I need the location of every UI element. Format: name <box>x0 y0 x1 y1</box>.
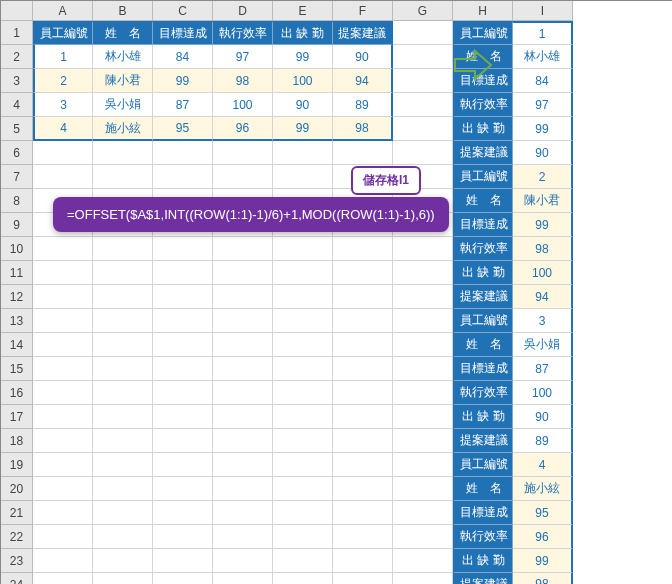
cell[interactable] <box>393 573 453 584</box>
cell[interactable] <box>213 549 273 573</box>
cell[interactable] <box>153 381 213 405</box>
cell[interactable] <box>273 333 333 357</box>
cell[interactable] <box>93 381 153 405</box>
cell[interactable] <box>93 261 153 285</box>
cell[interactable] <box>33 357 93 381</box>
cell[interactable] <box>33 405 93 429</box>
row-header[interactable]: 7 <box>1 165 33 189</box>
cell[interactable] <box>93 309 153 333</box>
col-header[interactable]: B <box>93 1 153 21</box>
cell[interactable] <box>393 477 453 501</box>
cell[interactable] <box>273 573 333 584</box>
cell[interactable] <box>273 357 333 381</box>
cell[interactable] <box>33 429 93 453</box>
row-header[interactable]: 19 <box>1 453 33 477</box>
row-header[interactable]: 4 <box>1 93 33 117</box>
cell[interactable] <box>393 501 453 525</box>
cell[interactable] <box>213 525 273 549</box>
cell[interactable] <box>213 477 273 501</box>
cell[interactable] <box>213 405 273 429</box>
row-header[interactable]: 13 <box>1 309 33 333</box>
row-header[interactable]: 15 <box>1 357 33 381</box>
cell[interactable] <box>333 261 393 285</box>
cell[interactable] <box>393 45 453 69</box>
cell[interactable] <box>333 549 393 573</box>
row-header[interactable]: 24 <box>1 573 33 584</box>
row-header[interactable]: 6 <box>1 141 33 165</box>
cell[interactable] <box>153 309 213 333</box>
cell[interactable] <box>213 381 273 405</box>
cell[interactable] <box>393 357 453 381</box>
cell[interactable] <box>273 309 333 333</box>
cell[interactable] <box>93 501 153 525</box>
cell[interactable] <box>333 333 393 357</box>
cell[interactable] <box>153 477 213 501</box>
col-header[interactable]: F <box>333 1 393 21</box>
col-header[interactable]: I <box>513 1 573 21</box>
cell[interactable] <box>393 69 453 93</box>
cell[interactable] <box>333 237 393 261</box>
cell[interactable] <box>333 429 393 453</box>
cell[interactable] <box>393 381 453 405</box>
cell[interactable] <box>153 525 213 549</box>
cell[interactable] <box>393 93 453 117</box>
cell[interactable] <box>273 429 333 453</box>
cell[interactable] <box>93 477 153 501</box>
cell[interactable] <box>273 165 333 189</box>
cell[interactable] <box>213 261 273 285</box>
cell[interactable] <box>333 309 393 333</box>
cell[interactable] <box>333 381 393 405</box>
cell[interactable] <box>213 237 273 261</box>
col-header[interactable]: E <box>273 1 333 21</box>
cell[interactable] <box>153 357 213 381</box>
cell[interactable] <box>93 549 153 573</box>
cell[interactable] <box>213 141 273 165</box>
cell[interactable] <box>153 237 213 261</box>
cell[interactable] <box>213 429 273 453</box>
row-header[interactable]: 20 <box>1 477 33 501</box>
cell[interactable] <box>33 573 93 584</box>
cell[interactable] <box>153 453 213 477</box>
cell[interactable] <box>273 405 333 429</box>
cell[interactable] <box>93 333 153 357</box>
row-header[interactable]: 18 <box>1 429 33 453</box>
cell[interactable] <box>393 141 453 165</box>
cell[interactable] <box>393 285 453 309</box>
cell[interactable] <box>33 525 93 549</box>
cell[interactable] <box>93 573 153 584</box>
cell[interactable] <box>333 525 393 549</box>
cell[interactable] <box>393 405 453 429</box>
cell[interactable] <box>273 261 333 285</box>
cell[interactable] <box>33 285 93 309</box>
cell[interactable] <box>33 165 93 189</box>
cell[interactable] <box>153 549 213 573</box>
cell[interactable] <box>393 261 453 285</box>
cell[interactable] <box>273 237 333 261</box>
cell[interactable] <box>153 141 213 165</box>
cell[interactable] <box>213 357 273 381</box>
cell[interactable] <box>153 285 213 309</box>
cell[interactable] <box>153 429 213 453</box>
cell[interactable] <box>273 453 333 477</box>
col-header[interactable]: C <box>153 1 213 21</box>
cell[interactable] <box>333 453 393 477</box>
row-header[interactable]: 11 <box>1 261 33 285</box>
cell[interactable] <box>213 501 273 525</box>
col-header[interactable] <box>1 1 33 21</box>
cell[interactable] <box>33 261 93 285</box>
cell[interactable] <box>93 525 153 549</box>
cell[interactable] <box>333 141 393 165</box>
col-header[interactable]: G <box>393 1 453 21</box>
cell[interactable] <box>333 501 393 525</box>
cell[interactable] <box>273 381 333 405</box>
cell[interactable] <box>153 165 213 189</box>
cell[interactable] <box>213 309 273 333</box>
cell[interactable] <box>93 237 153 261</box>
cell[interactable] <box>393 333 453 357</box>
col-header[interactable]: A <box>33 1 93 21</box>
row-header[interactable]: 22 <box>1 525 33 549</box>
cell[interactable] <box>93 453 153 477</box>
cell[interactable] <box>333 573 393 584</box>
cell[interactable] <box>33 549 93 573</box>
cell[interactable] <box>33 333 93 357</box>
